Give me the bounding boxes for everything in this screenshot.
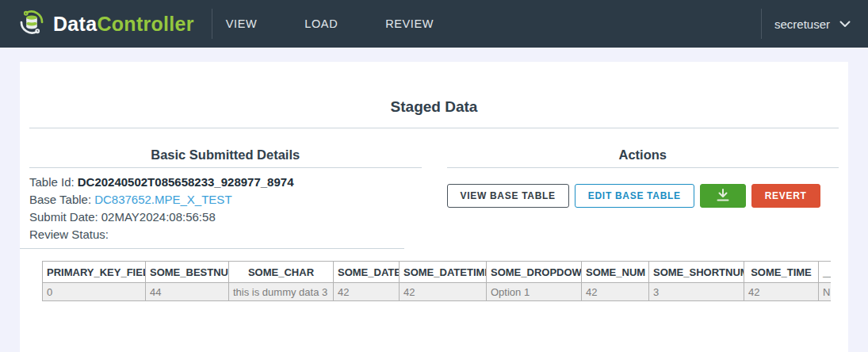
actions-heading-divider: [447, 167, 839, 168]
page-background: Staged Data Basic Submitted Details Tabl…: [0, 48, 868, 352]
title-divider: [29, 128, 839, 128]
table-cell[interactable]: 42: [744, 283, 819, 301]
page-title: Staged Data: [20, 62, 848, 116]
header-divider: [761, 9, 762, 39]
table-cell[interactable]: 42: [582, 283, 649, 301]
database-sync-icon: [17, 8, 46, 40]
staged-data-grid: PRIMARY_KEY_FIELDSOME_BESTNUMSOME_CHARSO…: [42, 261, 831, 301]
revert-button[interactable]: REVERT: [751, 184, 820, 208]
table-id-value: DC20240502T085658233_928977_8974: [78, 175, 294, 189]
column-header[interactable]: SOME_SHORTNUM: [649, 262, 744, 283]
base-table-link[interactable]: DC837652.MPE_X_TEST: [94, 193, 231, 206]
content-card: Staged Data Basic Submitted Details Tabl…: [20, 62, 848, 352]
topbar-right: secretuser: [761, 9, 851, 39]
column-header[interactable]: __: [819, 262, 832, 283]
table-cell[interactable]: 44: [146, 283, 229, 301]
nav-item-load[interactable]: LOAD: [304, 17, 338, 30]
column-header[interactable]: SOME_DROPDOWN: [487, 262, 582, 283]
submit-date-label: Submit Date:: [29, 210, 98, 224]
table-cell[interactable]: 42: [400, 283, 487, 301]
download-icon: [715, 188, 731, 205]
edit-base-table-button[interactable]: EDIT BASE TABLE: [575, 184, 694, 208]
column-header[interactable]: PRIMARY_KEY_FIELD: [43, 262, 146, 283]
review-status-label: Review Status:: [29, 228, 109, 241]
submit-date-row: Submit Date:02MAY2024:08:56:58: [29, 209, 422, 226]
basic-submitted-details-section: Basic Submitted Details Table Id:DC20240…: [29, 146, 422, 243]
table-id-label: Table Id:: [29, 175, 75, 189]
column-header[interactable]: SOME_DATETIME: [400, 262, 487, 283]
table-cell[interactable]: this is dummy data 3: [229, 283, 334, 301]
details-heading: Basic Submitted Details: [29, 146, 422, 163]
datacontroller-logo[interactable]: DataController: [17, 8, 194, 40]
table-header-row: PRIMARY_KEY_FIELDSOME_BESTNUMSOME_CHARSO…: [43, 262, 832, 283]
nav-item-view[interactable]: VIEW: [226, 17, 257, 30]
column-header[interactable]: SOME_CHAR: [229, 262, 334, 283]
table-id-row: Table Id:DC20240502T085658233_928977_897…: [29, 174, 422, 191]
table-cell[interactable]: Option 1: [487, 283, 582, 301]
view-base-table-button[interactable]: VIEW BASE TABLE: [447, 184, 569, 208]
table-cell[interactable]: N: [819, 283, 832, 301]
base-table-row: Base Table:DC837652.MPE_X_TEST: [29, 191, 422, 209]
chevron-down-icon: [839, 21, 851, 28]
table-cell[interactable]: 3: [649, 283, 744, 301]
column-header[interactable]: SOME_NUM: [582, 262, 649, 283]
actions-heading: Actions: [447, 146, 839, 163]
brand-name: DataController: [53, 13, 194, 36]
review-status-row: Review Status:: [29, 226, 422, 243]
column-header[interactable]: SOME_DATE: [334, 262, 400, 283]
column-header[interactable]: SOME_BESTNUM: [146, 262, 229, 283]
submit-date-value: 02MAY2024:08:56:58: [101, 210, 216, 224]
header-divider: [212, 9, 212, 39]
table-cell[interactable]: 42: [334, 283, 400, 301]
user-menu[interactable]: secretuser: [774, 17, 851, 31]
nav-item-review[interactable]: REVIEW: [385, 17, 434, 30]
table-row: 044this is dummy data 34242Option 142342…: [43, 283, 832, 301]
download-button[interactable]: [700, 184, 746, 208]
base-table-label: Base Table:: [29, 193, 91, 206]
details-bottom-divider: [20, 248, 404, 249]
table-cell[interactable]: 0: [43, 283, 146, 301]
username-label: secretuser: [774, 17, 830, 31]
top-navigation-bar: DataController VIEW LOAD REVIEW secretus…: [0, 0, 868, 48]
details-heading-divider: [29, 167, 422, 168]
main-nav: VIEW LOAD REVIEW: [226, 17, 481, 30]
column-header[interactable]: SOME_TIME: [744, 262, 819, 283]
actions-section: Actions VIEW BASE TABLE EDIT BASE TABLE: [447, 146, 839, 243]
